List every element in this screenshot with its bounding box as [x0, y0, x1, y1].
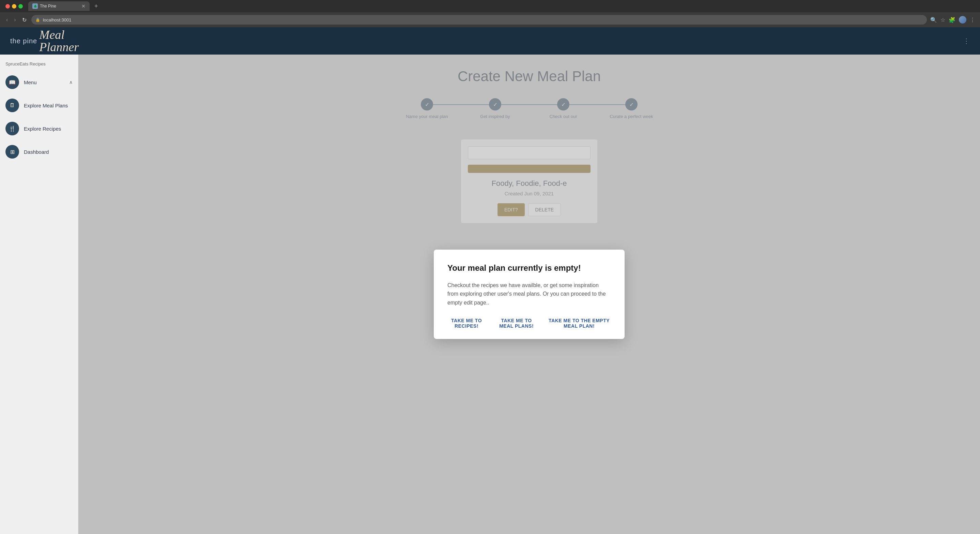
explore-meal-plans-icon: 🗓: [5, 99, 19, 112]
url-display: localhost:3001: [43, 18, 72, 22]
sidebar-item-explore-meal-plans[interactable]: 🗓 Explore Meal Plans: [0, 94, 78, 117]
logo-text-large-line2: Planner: [39, 41, 79, 53]
dashboard-icon: ⊞: [5, 145, 19, 159]
menu-icon: 📖: [5, 75, 19, 89]
browser-toolbar: ‹ › ↻ 🔒 localhost:3001 🔍 ☆ 🧩 ⋮: [0, 12, 980, 27]
minimize-button[interactable]: [12, 4, 16, 8]
maximize-button[interactable]: [18, 4, 23, 8]
user-avatar[interactable]: [959, 16, 966, 24]
logo-stack: Meal Planner: [39, 29, 79, 53]
sidebar-label-dashboard: Dashboard: [24, 149, 73, 155]
tab-title: The Pine: [40, 4, 80, 8]
sidebar-label-explore-recipes: Explore Recipes: [24, 126, 73, 132]
dialog-actions: TAKE ME TO RECIPES! TAKE ME TO MEAL PLAN…: [447, 318, 611, 329]
zoom-icon[interactable]: 🔍: [930, 17, 937, 23]
sidebar-item-explore-recipes[interactable]: 🍴 Explore Recipes: [0, 117, 78, 140]
lock-icon: 🔒: [35, 18, 40, 22]
close-button[interactable]: [5, 4, 10, 8]
browser-tab[interactable]: 🌲 The Pine ✕: [28, 2, 90, 11]
app-container: the pine Meal Planner ⋮ SpruceEats Recip…: [0, 27, 980, 534]
forward-button[interactable]: ›: [13, 15, 17, 24]
extensions-icon[interactable]: 🧩: [949, 17, 956, 23]
modal-overlay: Your meal plan currently is empty! Check…: [78, 54, 980, 534]
refresh-button[interactable]: ↻: [21, 15, 28, 25]
go-meal-plans-link[interactable]: TAKE ME TO MEAL PLANS!: [494, 318, 539, 329]
address-bar[interactable]: 🔒 localhost:3001: [31, 15, 927, 25]
sidebar: SpruceEats Recipes 📖 Menu ∧ 🗓 Explore Me…: [0, 54, 78, 534]
main-content: Create New Meal Plan ✓ Name your meal pl…: [78, 54, 980, 534]
logo-area: the pine Meal Planner: [10, 29, 79, 53]
browser-titlebar: 🌲 The Pine ✕ +: [0, 0, 980, 12]
go-empty-link[interactable]: TAKE ME TO THE EMPTY MEAL PLAN!: [547, 318, 611, 329]
header-menu-icon[interactable]: ⋮: [963, 37, 970, 45]
traffic-lights: [5, 4, 23, 8]
chrome-menu-icon[interactable]: ⋮: [970, 17, 975, 23]
dialog-title: Your meal plan currently is empty!: [447, 263, 611, 273]
chevron-up-icon: ∧: [69, 80, 73, 85]
empty-meal-plan-dialog: Your meal plan currently is empty! Check…: [434, 250, 625, 339]
toolbar-actions: 🔍 ☆ 🧩 ⋮: [930, 16, 975, 24]
tab-icon: 🌲: [32, 3, 38, 9]
sidebar-item-menu[interactable]: 📖 Menu ∧: [0, 70, 78, 94]
logo-text-large-line1: Meal: [39, 29, 79, 41]
app-header: the pine Meal Planner ⋮: [0, 27, 980, 54]
logo-text-small: the pine: [10, 37, 37, 45]
sidebar-section-title: SpruceEats Recipes: [0, 61, 78, 70]
explore-recipes-icon: 🍴: [5, 122, 19, 135]
sidebar-item-dashboard[interactable]: ⊞ Dashboard: [0, 140, 78, 163]
main-layout: SpruceEats Recipes 📖 Menu ∧ 🗓 Explore Me…: [0, 54, 980, 534]
go-recipes-link[interactable]: TAKE ME TO RECIPES!: [447, 318, 485, 329]
back-button[interactable]: ‹: [5, 15, 9, 24]
bookmark-icon[interactable]: ☆: [940, 17, 945, 23]
tab-close-icon[interactable]: ✕: [81, 4, 86, 8]
dialog-body: Checkout the recipes we have availble, o…: [447, 281, 611, 307]
sidebar-label-explore-meal-plans: Explore Meal Plans: [24, 103, 73, 108]
browser-chrome: 🌲 The Pine ✕ + ‹ › ↻ 🔒 localhost:3001 🔍 …: [0, 0, 980, 27]
sidebar-label-menu: Menu: [24, 80, 64, 85]
new-tab-button[interactable]: +: [94, 3, 98, 10]
